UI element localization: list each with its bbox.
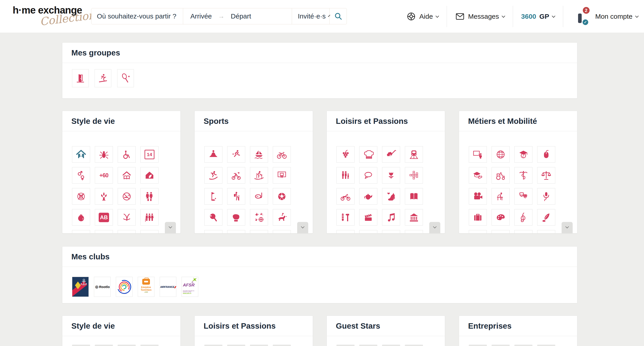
film-camera-tile[interactable]	[469, 188, 487, 204]
partial-tile-tile[interactable]	[72, 230, 90, 233]
gender-symbols-tile[interactable]	[72, 167, 90, 183]
club-afsr-tile[interactable]: AFSRAssociation Française du Syndrome de…	[182, 277, 198, 297]
no-smoking-tile[interactable]	[118, 188, 136, 204]
graduation-tile[interactable]	[469, 167, 487, 183]
partial-tile-tile[interactable]	[227, 230, 245, 233]
study-abroad-tile[interactable]	[514, 146, 532, 163]
cat-lover-tile[interactable]	[382, 188, 400, 204]
eco-home-tile[interactable]	[140, 167, 158, 183]
table-tennis-tile[interactable]	[204, 209, 222, 226]
football-tile[interactable]	[273, 188, 291, 204]
partial-tile-tile[interactable]	[405, 230, 423, 233]
travel-suitcase-tile[interactable]	[469, 209, 487, 226]
partial-tile-tile[interactable]	[469, 230, 487, 233]
club-emmene-ton-chien-tile[interactable]: EmmèneTonChien.com	[138, 277, 154, 297]
club-navy-crest-tile[interactable]: ⚓	[72, 277, 89, 297]
avatar[interactable]: 2 ✓	[571, 8, 588, 25]
partial-tile-tile[interactable]	[204, 230, 222, 233]
surfer-tile[interactable]	[94, 69, 111, 87]
help-menu[interactable]: Aide	[406, 11, 438, 21]
partial-tile-tile[interactable]	[336, 230, 354, 233]
dates-field[interactable]: Arrivée → Départ	[183, 8, 292, 24]
paintball-tile[interactable]	[250, 209, 268, 226]
ski-touring-tile[interactable]	[250, 167, 268, 183]
desk-work-tile[interactable]	[492, 188, 510, 204]
partial-tile-tile[interactable]	[118, 230, 136, 233]
crossword-tile[interactable]	[405, 167, 423, 183]
medical-caduceus-tile[interactable]	[514, 167, 532, 183]
motorcycle-tile[interactable]	[336, 188, 354, 204]
writer-quill-tile[interactable]	[537, 209, 555, 226]
reading-tile[interactable]	[405, 188, 423, 204]
search-button[interactable]	[330, 8, 347, 24]
running-tile[interactable]	[227, 146, 245, 163]
expand-category-button[interactable]	[165, 222, 176, 233]
partial-tile-tile[interactable]	[250, 230, 268, 233]
hiking-tile[interactable]	[227, 188, 245, 204]
tulip-gardening-tile[interactable]	[382, 167, 400, 183]
computer-mouse-tile[interactable]	[537, 146, 555, 163]
wine-grapes-tile[interactable]	[336, 146, 354, 163]
golf-tile[interactable]	[204, 188, 222, 204]
account-menu[interactable]: 2 ✓ Mon compte	[571, 8, 638, 25]
tomato-garden-tile[interactable]	[72, 209, 90, 226]
world-globe-tile[interactable]	[492, 146, 510, 163]
no-pets-tile[interactable]	[72, 188, 90, 204]
family-children-tile[interactable]	[140, 188, 158, 204]
open-door-tile[interactable]	[72, 69, 89, 87]
art-palette-tile[interactable]	[492, 209, 510, 226]
senior-60-plus-tile[interactable]: +60	[95, 167, 113, 183]
destination-input[interactable]	[92, 12, 183, 20]
family-outing-tile[interactable]	[336, 167, 354, 183]
snowboarding-tile[interactable]	[204, 167, 222, 183]
music-tile[interactable]	[382, 209, 400, 226]
home-reading-tile[interactable]	[118, 167, 136, 183]
partial-tile-tile[interactable]	[95, 230, 113, 233]
sailing-tile[interactable]	[250, 146, 268, 163]
design-chair-tile[interactable]	[118, 209, 136, 226]
basketball-tile[interactable]	[273, 167, 291, 183]
guests-selector[interactable]: Invité·e·s	[292, 8, 330, 24]
tick-insect-tile[interactable]	[95, 146, 113, 163]
train-travel-tile[interactable]	[405, 146, 423, 163]
guestpoints-menu[interactable]: 3600 GP	[521, 13, 555, 20]
partial-tile-tile[interactable]	[273, 230, 291, 233]
folding-bike-tile[interactable]	[227, 167, 245, 183]
partial-tile-tile[interactable]	[492, 230, 510, 233]
partial-tile-tile[interactable]	[359, 230, 377, 233]
guitar-tile[interactable]	[382, 146, 400, 163]
museum-tile[interactable]	[405, 209, 423, 226]
farming-tractor-tile[interactable]	[492, 167, 510, 183]
bio-ab-label-tile[interactable]: AB	[95, 209, 113, 226]
theater-masks-tile[interactable]	[514, 188, 532, 204]
wheelchair-access-tile[interactable]	[118, 146, 136, 163]
partial-tile-tile[interactable]	[140, 230, 158, 233]
cooking-chef-hat-tile[interactable]	[359, 146, 377, 163]
expand-category-button[interactable]	[429, 222, 440, 233]
boxing-tile[interactable]	[227, 209, 245, 226]
horse-riding-tile[interactable]	[273, 209, 291, 226]
conversation-tile[interactable]	[359, 167, 377, 183]
tennis-racket-tile[interactable]	[117, 69, 134, 87]
scouts-fleur-de-lis-tile[interactable]	[95, 188, 113, 204]
justice-scales-tile[interactable]	[537, 167, 555, 183]
diy-tools-tile[interactable]	[336, 209, 354, 226]
family-seniors-tile[interactable]	[140, 209, 158, 226]
treble-clef-tile[interactable]	[514, 209, 532, 226]
snorkeling-tile[interactable]	[250, 188, 268, 204]
tea-time-tile[interactable]	[359, 188, 377, 204]
homeexchange-logo[interactable]: h·me exchange Collection	[13, 4, 85, 25]
partial-tile-tile[interactable]	[514, 230, 532, 233]
microphone-tile[interactable]	[537, 188, 555, 204]
expand-category-button[interactable]	[562, 222, 573, 233]
club-spiral-tile[interactable]	[116, 277, 132, 297]
partial-tile-tile[interactable]	[382, 230, 400, 233]
club-rootlo-tile[interactable]: ⊕Rootlo	[94, 277, 111, 297]
cycling-tile[interactable]	[273, 146, 291, 163]
club-air-france-tile[interactable]: AIRFRANCE▮	[160, 277, 176, 297]
partial-tile-tile[interactable]	[537, 230, 555, 233]
home-welcome-tile[interactable]	[72, 146, 90, 163]
cinema-clapper-tile[interactable]	[359, 209, 377, 226]
yoga-tile[interactable]	[204, 146, 222, 163]
expand-category-button[interactable]	[297, 222, 308, 233]
